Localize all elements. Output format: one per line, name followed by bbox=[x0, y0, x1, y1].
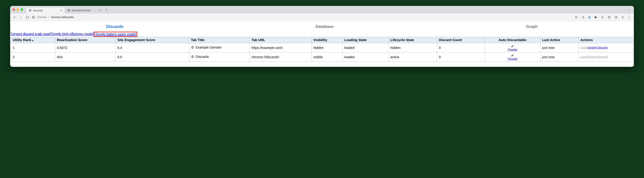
col-tab-title[interactable]: Tab Title bbox=[189, 37, 250, 43]
cell-visibility: hidden bbox=[312, 43, 342, 52]
kebab-menu-icon[interactable] bbox=[628, 15, 632, 19]
col-tab-url[interactable]: Tab URL bbox=[250, 37, 312, 43]
sidepanel-icon[interactable] bbox=[614, 15, 618, 19]
table-header-row: Utility Rank▲ Reactivation Score Site En… bbox=[11, 37, 633, 43]
cell-react: 0.8372 bbox=[55, 43, 116, 52]
cell-last-active: just now bbox=[540, 43, 578, 52]
cell-discard-count: 0 bbox=[437, 52, 485, 62]
window-controls bbox=[12, 8, 23, 11]
load-action: [Load] bbox=[580, 46, 588, 49]
cell-loading: loaded bbox=[342, 52, 389, 62]
toggle-high-efficiency-link[interactable]: [Toggle high efficiency mode] bbox=[50, 32, 94, 36]
update-icon[interactable] bbox=[607, 15, 611, 19]
col-lifecycle-state[interactable]: Lifecycle State bbox=[389, 37, 437, 43]
load-action: [Load] bbox=[580, 56, 588, 58]
cell-react: N/A bbox=[55, 52, 116, 62]
col-utility-rank[interactable]: Utility Rank▲ bbox=[11, 37, 55, 43]
back-button[interactable] bbox=[12, 15, 16, 19]
cell-ses: 6.4 bbox=[116, 43, 189, 52]
col-loading-state[interactable]: Loading State bbox=[342, 37, 389, 43]
svg-rect-6 bbox=[615, 16, 617, 18]
bookmark-star-icon[interactable]: ★ bbox=[588, 15, 591, 19]
cell-loading: loaded bbox=[342, 43, 389, 52]
col-actions[interactable]: Actions bbox=[578, 37, 633, 43]
labs-icon[interactable] bbox=[600, 15, 604, 19]
zoom-icon[interactable] bbox=[574, 15, 578, 19]
col-discard-count[interactable]: Discard Count bbox=[437, 37, 485, 43]
cell-last-active: just now bbox=[540, 52, 578, 62]
forward-button[interactable] bbox=[19, 15, 23, 19]
svg-point-3 bbox=[33, 17, 34, 18]
col-site-engagement-score[interactable]: Site Engagement Score bbox=[116, 37, 189, 43]
tab-overflow-button[interactable]: ⌄ bbox=[627, 8, 632, 12]
discards-table: Utility Rank▲ Reactivation Score Site En… bbox=[11, 37, 633, 62]
cell-url: chrome://discards/ bbox=[250, 52, 312, 62]
subtab-graph[interactable]: Graph bbox=[526, 24, 538, 29]
reload-button[interactable] bbox=[25, 15, 30, 19]
urgent-discard-action: [Urgent Discard] bbox=[588, 56, 608, 58]
cell-title-text: Discards bbox=[196, 55, 209, 59]
subtab-discards[interactable]: Discards bbox=[106, 24, 123, 29]
tab-title: Example Domain bbox=[72, 9, 91, 12]
chrome-icon bbox=[32, 16, 35, 19]
globe-icon bbox=[191, 46, 194, 49]
tab-title: Discards bbox=[33, 9, 43, 12]
check-icon: ✔ bbox=[511, 54, 514, 57]
close-tab-icon[interactable]: ✕ bbox=[99, 9, 102, 12]
urgent-discard-link[interactable]: [Urgent Discard] bbox=[588, 46, 608, 49]
toolbar: Chrome | chrome://discards ★ bbox=[10, 13, 634, 21]
globe-icon bbox=[191, 55, 194, 58]
cell-visibility: visible bbox=[312, 52, 342, 62]
urgent-discard-link[interactable]: [Urgent discard a tab now] bbox=[11, 32, 50, 36]
close-window-button[interactable] bbox=[12, 8, 15, 11]
toggle-auto-discardable-link[interactable]: [Toggle] bbox=[486, 48, 539, 51]
globe-icon bbox=[67, 9, 70, 12]
svg-point-11 bbox=[629, 18, 630, 18]
cell-url: https://example.com/ bbox=[250, 43, 312, 52]
omnibox-scheme: Chrome bbox=[36, 16, 47, 19]
cell-ses: 0.0 bbox=[116, 52, 189, 62]
minimize-window-button[interactable] bbox=[16, 8, 19, 11]
browser-tab-example[interactable]: Example Domain ✕ bbox=[65, 7, 104, 13]
cell-title-text: Example Domain bbox=[196, 46, 222, 50]
col-last-active[interactable]: Last Active bbox=[540, 37, 578, 43]
cell-discard-count: 0 bbox=[437, 43, 485, 52]
cell-title: Example Domain bbox=[189, 43, 250, 52]
cell-lifecycle: hidden bbox=[389, 43, 437, 52]
col-reactivation-score[interactable]: Reactivation Score bbox=[55, 37, 116, 43]
profile-icon[interactable] bbox=[621, 15, 625, 19]
svg-point-8 bbox=[622, 16, 623, 17]
check-icon: ✔ bbox=[511, 44, 514, 48]
page-content: Discards Database Graph [Urgent discard … bbox=[10, 21, 634, 67]
cell-title: Discards bbox=[189, 52, 250, 62]
col-auto-discardable[interactable]: Auto Discardable bbox=[484, 37, 540, 43]
toggle-auto-discardable-link[interactable]: [Toggle] bbox=[486, 58, 539, 60]
table-row: 2 N/A 0.0 Discards chrome://discards/ vi… bbox=[11, 52, 633, 62]
omnibox-divider: | bbox=[48, 16, 49, 19]
table-row: 1 0.8372 6.4 Example Domain https://exam… bbox=[11, 43, 633, 52]
page-tabs: Discards Database Graph bbox=[10, 21, 634, 32]
cell-rank: 1 bbox=[11, 43, 55, 52]
highlighted-action: [Toggle battery saver mode] bbox=[94, 32, 137, 36]
extensions-icon[interactable] bbox=[594, 15, 598, 19]
svg-point-9 bbox=[629, 16, 630, 16]
svg-point-10 bbox=[629, 17, 630, 18]
toolbar-right: ★ bbox=[574, 15, 632, 19]
maximize-window-button[interactable] bbox=[21, 8, 23, 11]
address-bar[interactable]: Chrome | chrome://discards bbox=[32, 16, 572, 19]
col-visibility[interactable]: Visibility bbox=[312, 37, 342, 43]
cell-auto-discardable: ✔ [Toggle] bbox=[484, 43, 540, 52]
browser-tab-discards[interactable]: Discards ✕ bbox=[26, 7, 65, 13]
cell-actions: [Load][Urgent Discard] bbox=[578, 52, 633, 62]
toggle-battery-saver-link[interactable]: [Toggle battery saver mode] bbox=[94, 32, 136, 36]
cell-auto-discardable: ✔ [Toggle] bbox=[484, 52, 540, 62]
share-icon[interactable] bbox=[581, 15, 585, 19]
cell-rank: 2 bbox=[11, 52, 55, 62]
global-actions: [Urgent discard a tab now] [Toggle high … bbox=[10, 32, 634, 37]
cell-lifecycle: active bbox=[389, 52, 437, 62]
close-tab-icon[interactable]: ✕ bbox=[60, 9, 62, 12]
sort-asc-icon: ▲ bbox=[32, 39, 34, 42]
titlebar: Discards ✕ Example Domain ✕ ＋ ⌄ bbox=[10, 6, 634, 13]
new-tab-button[interactable]: ＋ bbox=[104, 7, 109, 12]
subtab-database[interactable]: Database bbox=[316, 24, 334, 29]
